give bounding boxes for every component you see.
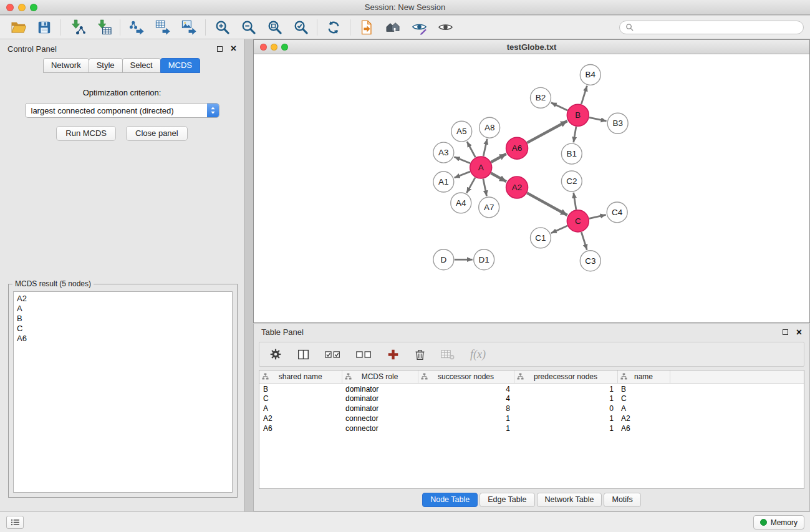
search-input[interactable] [637,23,798,32]
table-cell[interactable]: A2 [259,414,342,423]
table-cell[interactable]: B [259,383,342,394]
graph-node-A8[interactable]: A8 [480,117,500,138]
hide-graphics-details-button[interactable] [406,17,432,37]
close-panel-button[interactable]: Close panel [126,126,188,141]
run-mcds-button[interactable]: Run MCDS [56,126,116,141]
add-row-button[interactable] [387,349,399,360]
column-header-name[interactable]: name [617,370,670,383]
graph-node-A1[interactable]: A1 [433,172,454,192]
dropdown-stepper-icon[interactable] [207,103,219,118]
graph-node-A5[interactable]: A5 [451,121,472,142]
network-window-titlebar[interactable]: testGlobe.txt [254,40,809,54]
mcds-result-list[interactable]: A2ABCA6 [13,291,233,493]
table-row[interactable]: Cdominator41C [259,394,804,404]
graph-node-A3[interactable]: A3 [433,142,454,163]
graph-node-C4[interactable]: C4 [607,202,627,223]
table-row[interactable]: A6connector11A6 [259,423,804,433]
close-table-panel-icon[interactable]: × [796,327,802,337]
import-network-button[interactable] [64,17,90,37]
graph-edge-A-A7[interactable] [483,179,487,196]
table-cell[interactable]: 8 [418,404,514,414]
graph-node-D[interactable]: D [433,249,454,270]
network-canvas[interactable]: B4B2BB3A5A8A6B1A3AA1C2A2A4A7C4CC1C3DD1 [254,54,809,322]
graph-edge-C-C4[interactable] [589,215,606,218]
mcds-result-item[interactable]: A [17,304,229,314]
delete-rows-button[interactable] [415,349,425,360]
table-cell[interactable]: 1 [514,383,617,394]
table-cell[interactable]: connector [342,423,418,433]
graph-edge-A-A4[interactable] [466,178,475,193]
graph-node-C[interactable]: C [567,210,589,232]
table-cell[interactable]: C [617,394,670,404]
zoom-in-button[interactable] [209,17,235,37]
zoom-fit-button[interactable] [261,17,287,37]
table-cell[interactable]: A6 [259,423,342,433]
first-neighbors-button[interactable] [354,17,380,37]
table-cell[interactable]: 1 [514,394,617,404]
table-cell[interactable]: A2 [617,414,670,423]
column-header-shared-name[interactable]: shared name [259,370,342,383]
table-tab-edge-table[interactable]: Edge Table [480,493,534,507]
task-history-button[interactable] [6,516,24,529]
table-cell[interactable]: 1 [418,423,514,433]
graph-node-C2[interactable]: C2 [561,171,582,191]
zoom-out-button[interactable] [235,17,261,37]
mcds-result-item[interactable]: B [17,314,229,324]
table-settings-button[interactable] [269,348,282,360]
control-tab-network[interactable]: Network [43,58,89,73]
graph-node-A7[interactable]: A7 [479,197,499,218]
table-cell[interactable]: 4 [418,383,514,394]
table-cell[interactable]: A [617,404,670,414]
search-box[interactable] [619,21,804,34]
mcds-result-item[interactable]: A6 [17,334,229,344]
table-row[interactable]: Adominator80A [259,404,804,414]
table-cell[interactable]: 1 [514,414,617,423]
graph-node-A2[interactable]: A2 [506,177,528,198]
mcds-result-item[interactable]: A2 [17,294,229,304]
table-cell[interactable]: dominator [342,383,418,394]
graph-edge-A2-C[interactable] [527,193,567,215]
graph-node-B3[interactable]: B3 [607,113,628,133]
import-table-button[interactable] [90,17,117,37]
control-tab-style[interactable]: Style [89,58,123,73]
graph-edge-B-B2[interactable] [551,103,567,110]
graph-edge-A-A1[interactable] [455,172,470,178]
graph-edge-A-A8[interactable] [483,139,487,157]
table-cell[interactable]: dominator [342,404,418,414]
column-header-successor-nodes[interactable]: successor nodes [418,370,514,383]
export-image-button[interactable] [176,17,202,37]
control-tab-mcds[interactable]: MCDS [160,58,200,73]
show-columns-button[interactable] [297,349,309,360]
table-cell[interactable]: A6 [617,423,670,433]
graph-node-A4[interactable]: A4 [451,193,471,213]
table-row[interactable]: A2connector11A2 [259,414,804,423]
float-panel-icon[interactable] [217,46,223,52]
graph-edge-B-B4[interactable] [581,86,587,105]
export-table-button[interactable] [150,17,176,37]
save-session-button[interactable] [31,17,57,37]
table-cell[interactable]: connector [342,414,418,423]
table-cell[interactable]: A [259,404,342,414]
graph-edge-A-A5[interactable] [467,142,476,157]
graph-node-C3[interactable]: C3 [580,251,600,271]
table-tab-node-table[interactable]: Node Table [422,493,478,507]
table-cell[interactable]: 4 [418,394,514,404]
network-graph[interactable]: B4B2BB3A5A8A6B1A3AA1C2A2A4A7C4CC1C3DD1 [254,54,809,322]
float-table-panel-icon[interactable] [783,329,788,335]
toggle-panels-button[interactable] [380,17,406,37]
column-header-predecessor-nodes[interactable]: predecessor nodes [514,370,617,383]
table-cell[interactable]: dominator [342,394,418,404]
graph-node-B4[interactable]: B4 [580,64,600,85]
graph-edge-C-C2[interactable] [574,193,576,210]
graph-node-D1[interactable]: D1 [474,249,494,270]
table-cell[interactable]: 1 [514,423,617,433]
memory-button[interactable]: Memory [753,515,804,530]
graph-node-C1[interactable]: C1 [531,228,551,248]
graph-node-B1[interactable]: B1 [561,143,582,164]
graph-edge-A-A6[interactable] [491,154,506,162]
graph-edge-A-A3[interactable] [454,157,470,163]
graph-node-B[interactable]: B [567,104,589,126]
show-graphics-details-button[interactable] [432,17,458,37]
table-tab-motifs[interactable]: Motifs [604,493,640,507]
graph-edge-B-B3[interactable] [589,117,607,121]
